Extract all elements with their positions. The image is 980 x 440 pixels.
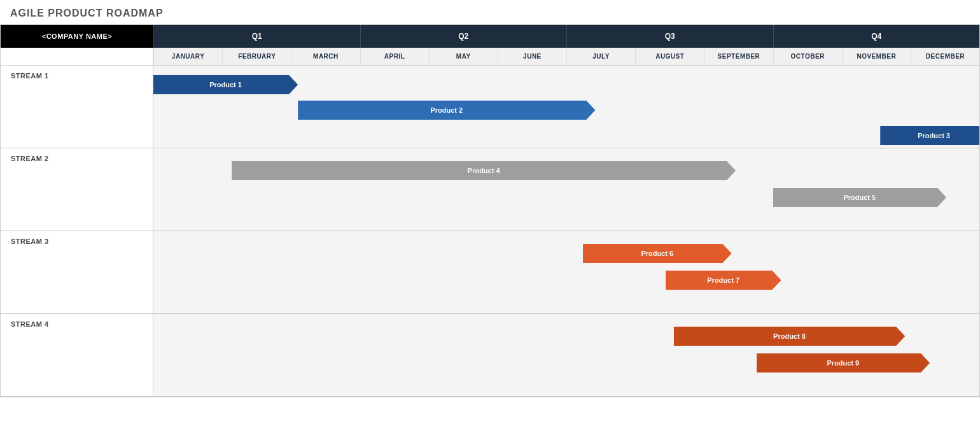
stream-content-2: Product 4Product 5 <box>153 148 979 231</box>
month-april: APRIL <box>360 48 429 65</box>
month-december: DECEMBER <box>911 48 979 65</box>
month-may: MAY <box>429 48 498 65</box>
bar-product-7: Product 7 <box>666 271 781 290</box>
months-grid: JANUARYFEBRUARYMARCHAPRILMAYJUNEJULYAUGU… <box>153 48 979 65</box>
bar-product-6: Product 6 <box>583 244 732 263</box>
quarter-q2: Q2 <box>360 25 567 48</box>
stream-row-4: STREAM 4Product 8Product 9 <box>1 314 979 397</box>
month-january: JANUARY <box>153 48 222 65</box>
quarters-row: Q1Q2Q3Q4 <box>153 25 979 48</box>
quarter-q3: Q3 <box>566 25 773 48</box>
month-august: AUGUST <box>635 48 704 65</box>
month-june: JUNE <box>498 48 566 65</box>
month-march: MARCH <box>291 48 360 65</box>
quarter-q4: Q4 <box>773 25 980 48</box>
bar-product-8: Product 8 <box>674 327 905 346</box>
header-row: <COMPANY NAME> Q1Q2Q3Q4 <box>1 25 979 48</box>
stream-content-4: Product 8Product 9 <box>153 314 979 396</box>
month-july: JULY <box>566 48 635 65</box>
stream-label-4: STREAM 4 <box>1 314 153 396</box>
stream-content-3: Product 6Product 7 <box>153 231 979 313</box>
month-november: NOVEMBER <box>842 48 911 65</box>
label-spacer <box>1 48 153 65</box>
stream-label-2: STREAM 2 <box>1 148 153 231</box>
bar-product-9: Product 9 <box>757 353 930 373</box>
bar-product-3: Product 3 <box>880 126 979 145</box>
quarter-q1: Q1 <box>153 25 360 48</box>
months-row: JANUARYFEBRUARYMARCHAPRILMAYJUNEJULYAUGU… <box>1 48 979 66</box>
roadmap-container: <COMPANY NAME> Q1Q2Q3Q4 JANUARYFEBRUARYM… <box>0 24 980 397</box>
company-cell: <COMPANY NAME> <box>1 25 153 48</box>
bar-product-2: Product 2 <box>298 101 595 120</box>
bar-product-5: Product 5 <box>773 188 947 207</box>
streams-container: STREAM 1Product 1Product 2Product 3STREA… <box>1 66 979 397</box>
bar-product-4: Product 4 <box>232 161 736 180</box>
stream-label-3: STREAM 3 <box>1 231 153 313</box>
stream-label-1: STREAM 1 <box>1 66 153 148</box>
stream-content-1: Product 1Product 2Product 3 <box>153 66 979 148</box>
month-february: FEBRUARY <box>222 48 291 65</box>
stream-row-1: STREAM 1Product 1Product 2Product 3 <box>1 66 979 148</box>
month-october: OCTOBER <box>773 48 842 65</box>
bar-product-1: Product 1 <box>153 75 298 94</box>
stream-row-3: STREAM 3Product 6Product 7 <box>1 231 979 314</box>
month-september: SEPTEMBER <box>704 48 773 65</box>
page-title: AGILE PRODUCT ROADMAP <box>0 0 980 24</box>
stream-row-2: STREAM 2Product 4Product 5 <box>1 148 979 231</box>
